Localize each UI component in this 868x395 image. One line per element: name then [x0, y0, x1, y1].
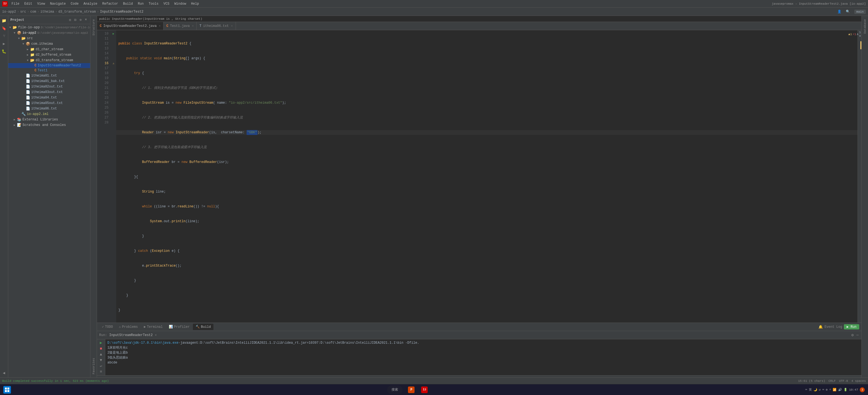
scroll-down-button[interactable]: ▼ [98, 358, 104, 363]
menu-edit[interactable]: Edit [22, 1, 34, 6]
txt-icon: 📄 [26, 101, 30, 105]
tab-terminal[interactable]: ▶ Terminal [141, 324, 165, 330]
line-numbers: 10 11 12 13 14 15 16 17 18 19 20 21 22 2… [97, 30, 111, 322]
tree-item-itheima02[interactable]: ▶ 📄 itheima02out.txt [8, 84, 90, 89]
stop-button[interactable]: ■ [98, 346, 104, 351]
tree-item-d2[interactable]: ▶ 📁 d2_buffered_stream [8, 52, 90, 58]
menu-window[interactable]: Window [172, 1, 188, 6]
search-taskbar[interactable]: 搜索 [387, 386, 402, 394]
cursor-position[interactable]: 15:61 (5 chars) [798, 379, 825, 383]
tree-item-InputStreamReaderTest2[interactable]: ▶ C InputStreamReaderTest2 [8, 63, 90, 68]
tab-InputStreamReaderTest2[interactable]: C InputStreamReaderTest2.java × [97, 22, 163, 30]
tab-profiler[interactable]: 📊 Profiler [166, 324, 193, 330]
scroll-up-button[interactable]: ▲ [98, 352, 104, 357]
line-separator[interactable]: CRLF [829, 379, 836, 383]
tree-item-d1[interactable]: ▶ 📁 d1_char_stream [8, 47, 90, 52]
settings-icon[interactable]: ⚙ [79, 17, 83, 23]
menu-help[interactable]: Help [189, 1, 201, 6]
breadcrumb-project[interactable]: io-app2 [2, 10, 16, 14]
breadcrumb-com[interactable]: com [30, 10, 36, 14]
tree-item-itheima05[interactable]: ▶ 📄 itheima05out.txt [8, 101, 90, 106]
tab-itheima06[interactable]: T itheima06.txt × [197, 22, 236, 30]
close-panel-icon[interactable]: × [84, 17, 88, 23]
close-run-tab[interactable]: × [155, 334, 157, 337]
run-icon-sidebar[interactable]: ▶ [1, 40, 8, 47]
indent-setting[interactable]: 4 spaces [851, 379, 866, 383]
breadcrumb-package[interactable]: d3_transform_stream [58, 10, 96, 14]
close-tab-button[interactable]: × [192, 24, 194, 28]
ppt-taskbar-icon[interactable]: P [407, 386, 416, 394]
tree-item-file-io-app[interactable]: ▼ 📂 file-io-app D:\code\javasepromax\fil… [8, 25, 90, 30]
tree-item-Test1[interactable]: ▶ C Test1 [8, 68, 90, 73]
menu-run[interactable]: Run [135, 1, 146, 6]
locate-icon[interactable]: ◎ [68, 17, 72, 23]
menu-bar-right: javasepromax - InputStreamReaderTest2.ja… [772, 2, 866, 5]
tree-item-d3[interactable]: ▼ 📂 d3_transform_stream [8, 58, 90, 63]
horizontal-scrollbar[interactable] [97, 375, 861, 377]
tab-build[interactable]: 🔨 Build [193, 324, 213, 330]
breadcrumb-itheima[interactable]: itheima [40, 10, 54, 14]
close-tab-button[interactable]: × [159, 24, 161, 28]
lang-indicator[interactable]: 英 [809, 388, 812, 392]
tree-item-itheima06[interactable]: ▶ 📄 itheima06.txt [8, 106, 90, 111]
tree-item-com-itheima[interactable]: ▼ 📦 com.itheima [8, 41, 90, 47]
event-log-label[interactable]: Event Log [825, 325, 842, 329]
tree-item-itheima01[interactable]: ▶ 📄 itheima01.txt [8, 73, 90, 79]
menu-file[interactable]: File [9, 1, 22, 6]
profile-icon[interactable]: 👤 [837, 9, 841, 14]
bookmark-icon[interactable]: 🔖 [1, 25, 8, 32]
tree-item-io-app2[interactable]: ▼ 📦 io-app2 D:\code\javasepromax\io-app2 [8, 30, 90, 36]
tab-problems[interactable]: ⚠ Problems [116, 324, 141, 330]
close-tab-button[interactable]: × [231, 24, 233, 28]
menu-build[interactable]: Build [121, 1, 135, 6]
menu-refactor[interactable]: Refactor [100, 1, 120, 6]
encoding[interactable]: UTF-8 [839, 379, 848, 383]
menu-analyze[interactable]: Analyze [82, 1, 99, 6]
tab-Test1[interactable]: C Test1.java × [163, 22, 197, 30]
tree-item-itheima01bak[interactable]: ▶ 📄 itheima01_bak.txt [8, 79, 90, 84]
debug-icon[interactable]: 🐛 [1, 48, 8, 55]
rerun-button[interactable]: ▶ [98, 340, 104, 345]
run-gutter-icon[interactable]: ▶ [113, 31, 114, 36]
tab-database[interactable]: Database [862, 17, 868, 36]
menu-view[interactable]: View [35, 1, 48, 6]
notification-icon[interactable]: 3 [860, 387, 865, 392]
tree-item-src[interactable]: ▼ 📂 src [8, 36, 90, 41]
tree-item-scratches[interactable]: ▶ 📝 Scratches and Consoles [8, 122, 90, 128]
menu-tools[interactable]: Tools [147, 1, 161, 6]
java-exe-path[interactable]: D:\soft\Java\jdk-17.0.1\bin\java.exe [107, 340, 178, 345]
branch-badge[interactable]: main [854, 9, 866, 14]
settings-run-icon[interactable]: ⚙ [851, 332, 854, 338]
menu-navigate[interactable]: Navigate [48, 1, 68, 6]
windows-start-button[interactable] [3, 386, 11, 394]
breadcrumb-src[interactable]: src [20, 10, 26, 14]
breadcrumb-file[interactable]: InputStreamReaderTest2 [100, 10, 143, 14]
code-line-12: try { [116, 71, 858, 76]
tree-item-ext-libs[interactable]: ▶ 📚 External Libraries [8, 117, 90, 122]
menu-vcs[interactable]: VCS [161, 1, 172, 6]
run-button[interactable]: ▶ Run [844, 324, 859, 330]
scratches-icon: 📝 [17, 123, 21, 127]
tab-structure[interactable]: Structure [91, 17, 96, 37]
menu-code[interactable]: Code [68, 1, 81, 6]
run-tab-name[interactable]: InputStreamReaderTest2 [109, 333, 153, 337]
folder-icon[interactable]: 📁 [1, 17, 8, 24]
tree-item-itheima04[interactable]: ▶ 📄 itheima04.txt [8, 95, 90, 101]
minimize-run-icon[interactable]: — [856, 332, 859, 338]
expand-icon[interactable]: ◀ [1, 369, 8, 376]
tree-item-iml[interactable]: ▶ 🔧 io-app2.iml [8, 111, 90, 117]
tab-favorites[interactable]: Favorites [91, 356, 96, 376]
warning-gutter[interactable]: ⚠ [113, 61, 114, 66]
code-content[interactable]: public class InputStreamReaderTest2 { pu… [116, 30, 858, 322]
git-icon[interactable]: ⑂ [1, 32, 8, 39]
tab-todo[interactable]: ✓ TODO [99, 324, 116, 330]
wrap-button[interactable]: ↩ [98, 364, 104, 368]
settings-tray[interactable]: ⚙ [826, 388, 828, 391]
search-everywhere-icon[interactable]: 🔍 [846, 9, 850, 14]
intellij-taskbar-icon[interactable]: IJ [420, 386, 429, 394]
tree-item-itheima03[interactable]: ▶ 📄 itheima03out.txt [8, 89, 90, 95]
soft-wrap-icon[interactable]: ≡ [98, 369, 104, 374]
chevron-tray[interactable]: ^ [829, 388, 831, 391]
collapse-all-icon[interactable]: ⊟ [73, 17, 77, 23]
main-layout: 📁 🔖 ⑂ ▶ 🐛 ◀ Project ◎ ⊟ ⚙ × ▼ 📂 file-io-… [0, 16, 868, 377]
